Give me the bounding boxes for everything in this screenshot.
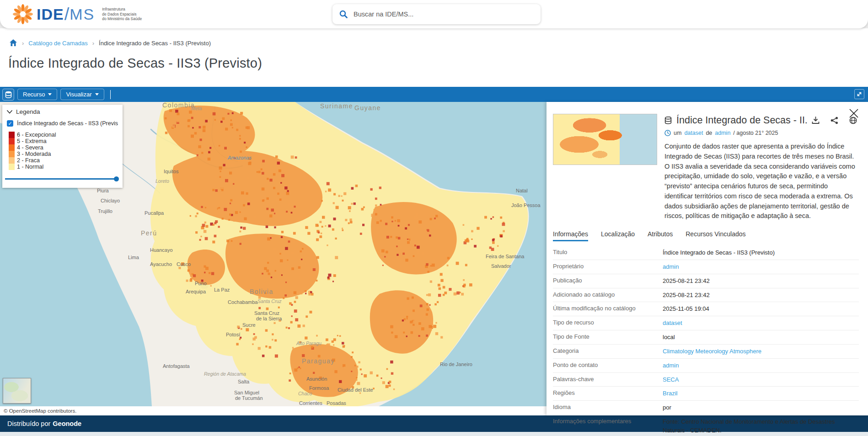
info-table: Titulo Índice Integrado de Secas - IIS3 … xyxy=(553,246,859,436)
map-label: Perú xyxy=(141,229,157,237)
map-label: Amazonas xyxy=(227,155,252,160)
info-row-label: Tipo de Fonte xyxy=(553,333,663,342)
map-label: Cusco xyxy=(177,261,191,267)
info-row-label: Informações complementares xyxy=(553,418,663,435)
toolbar-button-label: Recurso xyxy=(23,91,45,98)
info-row-value: Índice Integrado de Secas - IIS3 (Previs… xyxy=(663,249,777,257)
legend-class-label: 4 - Severa xyxy=(17,144,56,151)
info-row: Informações complementares Fonte: Centro… xyxy=(553,415,859,436)
byline-dataset-link[interactable]: dataset xyxy=(684,130,703,136)
info-row-label: Adicionado ao catálogo xyxy=(553,291,663,300)
panel-tabs: InformaçõesLocalizaçãoAtributosRecursos … xyxy=(553,230,859,241)
breadcrumb: › Catálogo de Camadas › Índice Integrado… xyxy=(0,28,868,48)
info-row: Ponto de contato admin xyxy=(553,359,859,373)
map-label: Meta xyxy=(191,106,202,111)
map-label: Paraguay xyxy=(302,357,335,365)
info-row-value: dataset xyxy=(663,319,685,328)
info-row: Tipo de Fonte local xyxy=(553,330,859,345)
map-label: Arequipa xyxy=(186,289,206,294)
legend-class-label: 3 - Moderada xyxy=(17,151,56,157)
info-row-label: Última modificação no catálogo xyxy=(553,305,663,314)
breadcrumb-label[interactable]: Catálogo de Camadas xyxy=(28,40,87,47)
breadcrumb-label[interactable]: Índice Integrado de Secas - IIS3 (Previs… xyxy=(99,40,211,47)
dataset-layers-button[interactable] xyxy=(2,89,14,101)
info-row-value: admin xyxy=(663,362,681,370)
search-bar[interactable] xyxy=(332,4,541,24)
info-row-label: Idioma xyxy=(553,404,663,412)
toolbar-dropdown-button[interactable]: Visualizar xyxy=(60,89,104,100)
caret-down-icon xyxy=(95,93,99,96)
close-panel-button[interactable] xyxy=(847,106,861,120)
legend-panel: Legenda ✓ Índice Integrado de Secas - II… xyxy=(2,105,123,188)
page-title: Índice Integrado de Secas - IIS3 (Previs… xyxy=(0,48,868,87)
map-label: Huancayo xyxy=(150,247,173,253)
map-label: Natal xyxy=(516,188,528,193)
info-row: Categoria Climatology Meteorology Atmosp… xyxy=(553,345,859,359)
info-row: Última modificação no catálogo 2025-11-0… xyxy=(553,302,859,316)
logo-secondary-text: MS xyxy=(70,5,95,23)
close-icon xyxy=(848,108,859,119)
share-icon[interactable] xyxy=(830,117,838,124)
dataset-thumbnail xyxy=(553,114,657,165)
map-label: Cochabamba xyxy=(228,299,258,305)
info-row-label: Categoria xyxy=(553,347,663,356)
panel-tab[interactable]: Recursos Vinculados xyxy=(686,230,745,241)
breadcrumb-item[interactable]: › Índice Integrado de Secas - IIS3 (Prev… xyxy=(92,40,211,47)
legend-class-label: 5 - Extrema xyxy=(17,138,56,144)
panel-tab[interactable]: Localização xyxy=(601,230,635,241)
app-logo[interactable]: IDE / MS Infraestruturade Dados Espaciai… xyxy=(12,3,142,25)
overview-mini-map[interactable] xyxy=(3,378,31,404)
chevron-down-icon xyxy=(7,110,12,114)
info-row-value: Fonte: Centro Nacional de Monitoramento … xyxy=(663,418,859,435)
breadcrumb-item[interactable]: › Catálogo de Camadas xyxy=(22,40,88,47)
info-row: Titulo Índice Integrado de Secas - IIS3 … xyxy=(553,246,859,260)
map-label: La Paz xyxy=(214,287,230,292)
footer-text: Distribuído por xyxy=(7,420,50,427)
map-label: Ciudad del Este xyxy=(338,387,373,393)
dataset-title: Índice Integrado de Secas - II... xyxy=(676,115,807,126)
map-label: Suriname xyxy=(320,102,353,110)
legend-layer-checkbox[interactable]: ✓ xyxy=(7,120,13,127)
clock-icon xyxy=(664,130,671,136)
home-icon[interactable] xyxy=(9,39,17,47)
info-row-label: Tipo de recurso xyxy=(553,319,663,328)
map-attribution: © OpenStreetMap contributors. xyxy=(0,406,547,415)
legend-color-ramp xyxy=(9,132,15,170)
map-label: Bolivia xyxy=(250,288,273,295)
info-row-value: admin xyxy=(663,263,681,271)
panel-tab[interactable]: Informações xyxy=(553,230,588,241)
toolbar-dropdown-button[interactable]: Recurso xyxy=(17,89,57,100)
legend-opacity-slider[interactable] xyxy=(5,176,118,181)
map-label: Formosa xyxy=(309,385,329,391)
byline-prefix: um xyxy=(674,130,681,136)
header-background: IDE / MS Infraestruturade Dados Espaciai… xyxy=(0,0,868,28)
map-toolbar: Recurso Visualizar xyxy=(0,87,868,102)
expand-arrow-icon xyxy=(856,91,863,97)
map-label: Antofagasta xyxy=(163,363,190,369)
map-label: Salta xyxy=(238,379,250,384)
legend-header[interactable]: Legenda xyxy=(2,105,123,118)
slider-handle[interactable] xyxy=(114,176,119,181)
legend-layer-label: Índice Integrado de Secas - IIS3 (Previs… xyxy=(17,120,118,127)
map-label: Ayacucho xyxy=(150,261,172,267)
byline-owner-link[interactable]: admin xyxy=(715,130,730,136)
download-icon[interactable] xyxy=(812,117,820,124)
caret-down-icon xyxy=(48,93,52,96)
toolbar-button-label: Visualizar xyxy=(66,91,91,98)
map-label: Chaco xyxy=(298,391,312,396)
footer-brand-link[interactable]: Geonode xyxy=(53,420,81,427)
info-row: Palavras-chave SECA xyxy=(553,373,859,387)
map-label: Sucre xyxy=(242,322,256,328)
info-row: Publicação 2025-08-21 23:42 xyxy=(553,274,859,288)
panel-tab[interactable]: Atributos xyxy=(648,230,673,241)
map-label: San Miguel xyxy=(234,390,259,395)
legend-class-label: 2 - Fraca xyxy=(17,157,56,164)
fullscreen-expand-button[interactable] xyxy=(854,89,864,99)
map-label: Asunción xyxy=(306,376,327,382)
legend-ramp: 6 - Excepcional5 - Extrema4 - Severa3 - … xyxy=(2,129,123,172)
map-label: Piura xyxy=(97,188,109,193)
logo-primary-text: IDE xyxy=(37,5,64,23)
map-label: Rio de Janeiro xyxy=(440,362,472,367)
search-input[interactable] xyxy=(354,11,534,18)
map-viewport[interactable]: ColombiaSurinameGuyaneMetaCaliAmazonasIq… xyxy=(0,102,547,415)
